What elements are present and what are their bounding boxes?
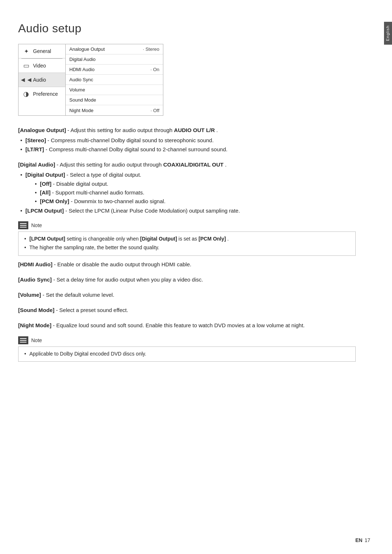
pcm-only-label: [PCM Only] [40, 198, 69, 204]
bullet-lpcm-output: [LPCM Output] - Select the LPCM (Linear … [18, 206, 356, 215]
section-analogue-output: [Analogue Output] - Adjust this setting … [18, 126, 356, 154]
category-general[interactable]: ✦ General [19, 44, 65, 58]
setup-menu: ✦ General ▭ Video ◄◄ Audio ◑ Preference … [18, 44, 163, 116]
sub-all: [All] - Support multi-channel audio form… [33, 188, 356, 197]
note2-label: Note [31, 337, 42, 343]
digital-audio-bullets: [Digital Output] - Select a type of digi… [18, 171, 356, 215]
analogue-output-text: - Adjust this setting for audio output t… [68, 127, 174, 133]
category-video[interactable]: ▭ Video [19, 59, 65, 73]
pcm-only-desc: - Downmix to two-channel audio signal. [71, 198, 166, 204]
hdmi-audio-text: - Enable or disable the audio output thr… [54, 261, 192, 267]
note1-item2: The higher the sampling rate, the better… [24, 243, 350, 251]
menu-categories: ✦ General ▭ Video ◄◄ Audio ◑ Preference [19, 44, 66, 115]
preference-icon: ◑ [22, 90, 30, 98]
section-night-mode: [Night Mode] - Equalize loud sound and s… [18, 321, 356, 330]
section-hdmi-audio: [HDMI Audio] - Enable or disable the aud… [18, 260, 356, 269]
sub-pcm-only: [PCM Only] - Downmix to two-channel audi… [33, 197, 356, 205]
lpcm-output-label: [LPCM Output] [25, 208, 64, 214]
footer-lang: EN [355, 537, 362, 543]
note1-pcmonly: [PCM Only] [199, 236, 226, 242]
bullet-ltrt: [LT/RT] - Compress multi-channel Dolby d… [18, 145, 356, 153]
note2-container: Note Applicable to Dolby Digital encoded… [18, 336, 356, 362]
option-hdmi-audio[interactable]: HDMI Audio · On [66, 65, 163, 75]
note2-icon [18, 336, 28, 344]
note1-item1: [LPCM Output] setting is changeable only… [24, 235, 350, 243]
option-digital-audio[interactable]: Digital Audio [66, 54, 163, 65]
digital-audio-period: . [225, 161, 226, 168]
category-audio[interactable]: ◄◄ Audio [19, 73, 65, 87]
option-audio-sync[interactable]: Audio Sync [66, 75, 163, 85]
stereo-label: [Stereo] [25, 137, 46, 143]
analogue-output-heading-para: [Analogue Output] - Adjust this setting … [18, 126, 356, 135]
digital-audio-heading: [Digital Audio] [18, 161, 55, 168]
night-mode-text: - Equalize loud sound and soft sound. En… [53, 322, 305, 328]
option-analogue-output-value: · Stereo [143, 46, 159, 52]
note1-end: . [227, 236, 229, 242]
category-preference[interactable]: ◑ Preference [19, 87, 65, 101]
section-sound-mode: [Sound Mode] - Select a preset sound eff… [18, 306, 356, 315]
section-audio-sync: [Audio Sync] - Set a delay time for audi… [18, 275, 356, 284]
note1-container: Note [LPCM Output] setting is changeable… [18, 221, 356, 256]
option-volume-name: Volume [69, 87, 159, 93]
digital-output-sub: [Off] - Disable digital output. [All] - … [33, 180, 356, 206]
option-sound-mode-name: Sound Mode [69, 97, 159, 103]
video-icon: ▭ [22, 62, 30, 70]
note1-mid1: setting is changeable only when [67, 236, 140, 242]
analogue-output-bullets: [Stereo] - Compress multi-channel Dolby … [18, 136, 356, 154]
audio-sync-heading: [Audio Sync] [18, 276, 52, 283]
page-footer: EN 17 [355, 537, 370, 543]
note2-text: Applicable to Dolby Digital encoded DVD … [29, 351, 146, 357]
volume-heading: [Volume] [18, 292, 41, 298]
general-icon: ✦ [22, 47, 30, 55]
hdmi-audio-para: [HDMI Audio] - Enable or disable the aud… [18, 260, 356, 269]
note1-icon [18, 221, 28, 229]
section-volume: [Volume] - Set the default volume level. [18, 291, 356, 299]
analogue-output-device: AUDIO OUT L/R [174, 127, 215, 133]
audio-icon: ◄◄ [22, 76, 30, 84]
category-audio-label: Audio [33, 77, 46, 83]
digital-audio-text: - Adjust this setting for audio output t… [57, 161, 163, 168]
note1-label: Note [31, 222, 42, 228]
category-video-label: Video [33, 63, 46, 69]
bullet-digital-output: [Digital Output] - Select a type of digi… [18, 171, 356, 206]
analogue-output-period: . [216, 127, 218, 133]
option-analogue-output-name: Analogue Output [69, 46, 143, 52]
note1-lpcm: [LPCM Output] [29, 236, 65, 242]
option-analogue-output[interactable]: Analogue Output · Stereo [66, 44, 163, 54]
digital-output-label: [Digital Output] [25, 172, 65, 178]
note2-box: Applicable to Dolby Digital encoded DVD … [18, 346, 356, 362]
note1-digital: [Digital Output] [140, 236, 177, 242]
option-hdmi-audio-value: · On [150, 67, 159, 72]
option-audio-sync-name: Audio Sync [69, 77, 159, 82]
option-digital-audio-name: Digital Audio [69, 57, 159, 62]
sound-mode-para: [Sound Mode] - Select a preset sound eff… [18, 306, 356, 315]
lpcm-output-desc: - Select the LPCM (Linear Pulse Code Mod… [65, 208, 240, 214]
option-night-mode[interactable]: Night Mode · Off [66, 105, 163, 115]
night-mode-heading: [Night Mode] [18, 322, 52, 328]
sub-off: [Off] - Disable digital output. [33, 180, 356, 188]
note1-quality: The higher the sampling rate, the better… [29, 245, 159, 250]
note2-list: Applicable to Dolby Digital encoded DVD … [24, 350, 350, 358]
category-preference-label: Preference [33, 91, 58, 97]
note2-header: Note [18, 336, 356, 344]
category-general-label: General [33, 48, 51, 54]
option-sound-mode[interactable]: Sound Mode [66, 95, 163, 105]
all-label: [All] [40, 189, 50, 196]
option-volume[interactable]: Volume [66, 85, 163, 95]
page-title: Audio setup [18, 22, 356, 35]
stereo-desc: - Compress multi-channel Dolby digital s… [48, 137, 214, 143]
analogue-output-heading: [Analogue Output] [18, 127, 66, 133]
volume-text: - Set the default volume level. [42, 292, 114, 298]
note2-item1: Applicable to Dolby Digital encoded DVD … [24, 350, 350, 358]
option-hdmi-audio-name: HDMI Audio [69, 67, 150, 72]
off-desc: - Disable digital output. [53, 181, 109, 187]
footer-page: 17 [364, 537, 370, 543]
digital-audio-device: COAXIAL/DIGITAL OUT [163, 161, 224, 168]
audio-sync-para: [Audio Sync] - Set a delay time for audi… [18, 275, 356, 284]
note1-list: [LPCM Output] setting is changeable only… [24, 235, 350, 252]
audio-sync-text: - Set a delay time for audio output when… [53, 276, 203, 283]
note1-box: [LPCM Output] setting is changeable only… [18, 231, 356, 256]
hdmi-audio-heading: [HDMI Audio] [18, 261, 52, 267]
night-mode-para: [Night Mode] - Equalize loud sound and s… [18, 321, 356, 330]
option-night-mode-value: · Off [151, 108, 159, 113]
